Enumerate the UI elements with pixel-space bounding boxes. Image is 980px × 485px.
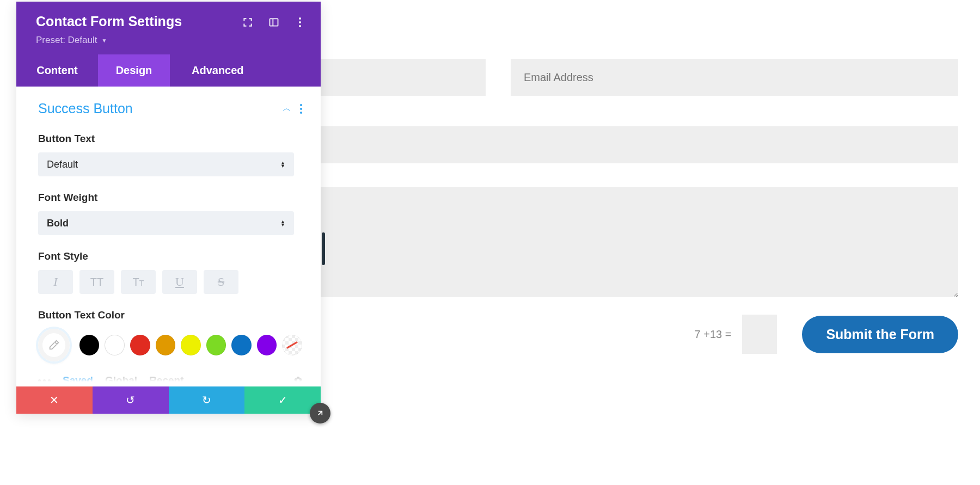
swatch-black[interactable] (79, 335, 100, 355)
modal-footer: ✕ ↺ ↻ ✓ (16, 386, 321, 414)
smallcaps-button[interactable]: TT (121, 270, 156, 294)
tab-design[interactable]: Design (98, 54, 170, 87)
font-weight-label: Font Weight (38, 192, 302, 204)
button-text-value: Default (47, 159, 78, 170)
modal-body: Success Button ︿ Button Text Default ▲▼ … (16, 87, 321, 386)
redo-button[interactable]: ↻ (169, 386, 245, 414)
preset-label: Preset: Default (36, 35, 97, 46)
collapse-icon[interactable]: ︿ (283, 103, 291, 114)
swatch-purple[interactable] (257, 335, 277, 355)
underline-button[interactable]: U (162, 270, 197, 294)
uppercase-button[interactable]: TT (79, 270, 114, 294)
save-button[interactable]: ✓ (244, 386, 321, 414)
swatch-white[interactable] (105, 335, 125, 355)
resize-handle[interactable] (310, 403, 330, 423)
undo-icon: ↺ (126, 394, 135, 407)
eyedropper-button[interactable] (38, 329, 70, 361)
palette-more-icon[interactable] (38, 379, 51, 382)
settings-modal: Contact Form Settings Preset: Default ▼ … (16, 2, 321, 414)
panel-layout-icon[interactable] (268, 17, 279, 28)
preset-selector[interactable]: Preset: Default ▼ (36, 35, 182, 46)
fullscreen-icon[interactable] (242, 17, 253, 28)
cancel-button[interactable]: ✕ (16, 386, 93, 414)
redo-icon: ↻ (202, 394, 211, 407)
swatch-transparent[interactable] (282, 335, 302, 355)
palette-tab-recent[interactable]: Recent (149, 375, 183, 386)
caret-down-icon: ▼ (101, 38, 107, 44)
captcha-input[interactable] (742, 315, 777, 354)
svg-rect-0 (270, 19, 278, 26)
palette-settings-icon[interactable]: ✿ (294, 375, 302, 386)
swatch-red[interactable] (130, 335, 150, 355)
submit-button[interactable]: Submit the Form (802, 316, 958, 353)
captcha-question: 7 +13 = (695, 328, 732, 341)
italic-button[interactable]: I (38, 270, 73, 294)
select-sort-icon: ▲▼ (280, 220, 285, 226)
select-sort-icon: ▲▼ (280, 161, 285, 168)
swatch-orange[interactable] (156, 335, 176, 355)
section-title[interactable]: Success Button (38, 101, 133, 116)
close-icon: ✕ (50, 394, 59, 407)
font-weight-value: Bold (47, 218, 69, 229)
palette-tabs: Saved Global Recent ✿ (38, 375, 302, 386)
scrollbar-thumb[interactable] (322, 232, 325, 265)
strikethrough-button[interactable]: S (204, 270, 238, 294)
tab-content[interactable]: Content (16, 54, 98, 87)
email-field[interactable] (511, 59, 958, 96)
undo-button[interactable]: ↺ (93, 386, 169, 414)
check-icon: ✓ (278, 394, 287, 407)
color-swatch-row (38, 329, 302, 361)
swatch-blue[interactable] (231, 335, 252, 355)
palette-tab-global[interactable]: Global (105, 375, 137, 386)
tab-advanced[interactable]: Advanced (170, 54, 321, 87)
swatch-green[interactable] (206, 335, 226, 355)
section-more-icon[interactable] (300, 104, 302, 114)
button-text-label: Button Text (38, 133, 302, 145)
font-style-label: Font Style (38, 250, 302, 262)
modal-header: Contact Form Settings Preset: Default ▼ (16, 2, 321, 54)
swatch-yellow[interactable] (181, 335, 201, 355)
modal-tabs: Content Design Advanced (16, 54, 321, 87)
font-weight-select[interactable]: Bold ▲▼ (38, 211, 294, 235)
modal-title: Contact Form Settings (36, 14, 182, 29)
palette-tab-saved[interactable]: Saved (63, 375, 93, 386)
button-text-color-label: Button Text Color (38, 309, 302, 321)
button-text-select[interactable]: Default ▲▼ (38, 152, 294, 176)
more-icon[interactable] (295, 17, 305, 28)
